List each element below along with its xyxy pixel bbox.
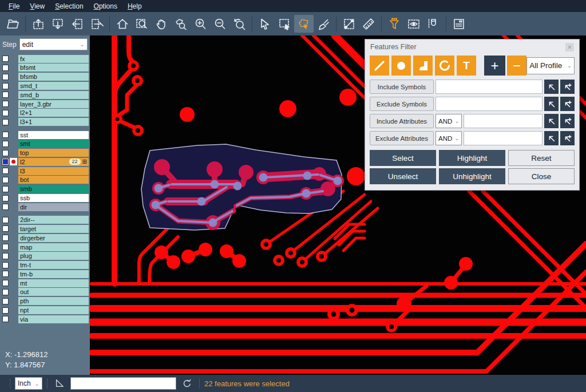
polygon-select-button[interactable]: [294, 15, 314, 33]
layer-indicator[interactable]: [10, 298, 17, 305]
layer-row-layer_3.gbr[interactable]: layer_3.gbr: [0, 100, 90, 108]
pick-symbol-button[interactable]: [544, 97, 559, 111]
layer-checkbox[interactable]: [2, 253, 9, 259]
layer-row-smd_b[interactable]: smd_b: [0, 90, 90, 99]
layer-indicator[interactable]: [10, 91, 17, 98]
layer-indicator[interactable]: [10, 100, 17, 108]
layer-indicator[interactable]: [10, 109, 17, 117]
layer-label[interactable]: layer_3.gbr: [18, 100, 89, 108]
layer-row-out[interactable]: out: [0, 288, 90, 296]
layer-checkbox[interactable]: [2, 316, 9, 322]
pick-symbol-button[interactable]: [544, 80, 559, 94]
pick-attribute-button[interactable]: [544, 131, 559, 145]
layer-indicator[interactable]: [10, 55, 17, 62]
feature-text-button[interactable]: T: [457, 56, 476, 76]
layer-indicator[interactable]: [10, 176, 17, 184]
close-icon[interactable]: ✕: [565, 43, 574, 52]
unselect-button[interactable]: Unselect: [370, 168, 436, 184]
layer-checkbox[interactable]: [2, 92, 9, 98]
layer-checkbox[interactable]: [2, 177, 9, 183]
layer-label[interactable]: sst: [18, 131, 89, 139]
layer-checkbox[interactable]: [2, 132, 9, 138]
include-attributes-input[interactable]: [464, 114, 543, 128]
layer-checkbox[interactable]: [2, 307, 9, 314]
exclude-symbols-button[interactable]: Exclude Symbols: [370, 97, 434, 111]
zoom-previous-button[interactable]: [229, 15, 249, 33]
layer-label[interactable]: fx: [18, 55, 89, 63]
pan-left-button[interactable]: [68, 15, 87, 33]
close-button[interactable]: Close: [508, 168, 575, 184]
angle-measure-icon[interactable]: [54, 378, 65, 389]
layer-label[interactable]: npt: [18, 306, 89, 314]
layer-checkbox[interactable]: [2, 186, 9, 192]
menu-file[interactable]: File: [3, 1, 25, 11]
layer-row-mt[interactable]: mt: [0, 279, 90, 287]
layer-row-smd_t[interactable]: smd_t: [0, 81, 90, 90]
layer-checkbox[interactable]: [2, 204, 9, 210]
zoom-object-button[interactable]: [171, 15, 191, 33]
layer-label[interactable]: l3: [18, 167, 89, 175]
layer-indicator[interactable]: [10, 185, 17, 193]
feature-pad-button[interactable]: [391, 56, 411, 76]
feature-surface-button[interactable]: [413, 56, 433, 76]
layer-indicator[interactable]: [10, 149, 17, 157]
layer-label[interactable]: smd_t: [18, 82, 89, 90]
layer-checkbox[interactable]: [2, 83, 9, 89]
layer-row-bfsmt[interactable]: bfsmt: [0, 64, 90, 72]
layer-indicator[interactable]: [10, 82, 17, 90]
active-layer-indicator[interactable]: [10, 158, 17, 165]
include-symbols-button[interactable]: Include Symbols: [370, 80, 434, 94]
layer-row-dirgerber[interactable]: dirgerber: [0, 233, 90, 242]
pan-hand-button[interactable]: [152, 15, 171, 33]
layer-indicator[interactable]: [10, 307, 17, 314]
layer-checkbox[interactable]: [2, 262, 9, 268]
layer-row-dir[interactable]: dir: [0, 203, 90, 211]
layer-indicator[interactable]: [10, 288, 17, 296]
layer-checkbox[interactable]: [2, 280, 9, 286]
select-button[interactable]: Select: [370, 150, 436, 166]
select-arrow-button[interactable]: [255, 15, 275, 33]
feature-line-button[interactable]: [370, 56, 389, 76]
layer-row-sst[interactable]: sst: [0, 130, 90, 139]
brush-select-button[interactable]: [314, 15, 333, 33]
layer-indicator[interactable]: [10, 195, 17, 202]
layer-checkbox[interactable]: [2, 74, 9, 80]
unhighlight-button[interactable]: Unhighlight: [439, 168, 505, 184]
refresh-icon[interactable]: [182, 378, 192, 389]
exclude-symbols-input[interactable]: [435, 97, 543, 111]
layer-label[interactable]: bfsmb: [18, 73, 89, 81]
menu-selection[interactable]: Selection: [50, 1, 88, 11]
command-input[interactable]: [70, 377, 176, 390]
layer-indicator[interactable]: [10, 234, 17, 241]
layer-checkbox[interactable]: [2, 65, 9, 71]
layer-indicator[interactable]: [10, 270, 17, 278]
layer-label[interactable]: smd_b: [18, 91, 89, 99]
layer-row-plug[interactable]: plug: [0, 252, 90, 260]
layer-row-ssb[interactable]: ssb: [0, 193, 90, 202]
zoom-window-button[interactable]: [132, 15, 152, 33]
include-attributes-operator[interactable]: AND ⌄: [435, 114, 462, 128]
layer-row-tm-b[interactable]: tm-b: [0, 270, 90, 278]
profile-select[interactable]: All Profile ⌄: [526, 57, 575, 74]
layer-label[interactable]: dirgerber: [18, 234, 89, 242]
layer-checkbox[interactable]: [2, 289, 9, 295]
pan-down-button[interactable]: [48, 15, 68, 33]
pick-attribute-button[interactable]: [544, 114, 559, 128]
layer-row-pth[interactable]: pth: [0, 297, 90, 306]
units-select[interactable]: Inch ⌄: [15, 377, 42, 390]
layer-label[interactable]: plug: [18, 252, 89, 260]
layer-checkbox[interactable]: [2, 168, 9, 174]
highlight-button[interactable]: Highlight: [439, 150, 505, 166]
layer-checkbox[interactable]: [2, 141, 9, 147]
layer-label[interactable]: bfsmt: [18, 64, 89, 72]
layer-label[interactable]: smb: [18, 185, 89, 193]
layer-indicator[interactable]: [10, 167, 17, 175]
layer-row-fx[interactable]: fx: [0, 54, 90, 63]
layer-row-via[interactable]: via: [0, 315, 90, 323]
measure-button[interactable]: [339, 15, 359, 33]
layer-row-l3+1[interactable]: l3+1: [0, 117, 90, 126]
ruler-button[interactable]: [359, 15, 378, 33]
layer-checkbox[interactable]: [2, 101, 9, 107]
menu-view[interactable]: View: [25, 1, 50, 11]
remove-filter-button[interactable]: −: [507, 56, 526, 76]
